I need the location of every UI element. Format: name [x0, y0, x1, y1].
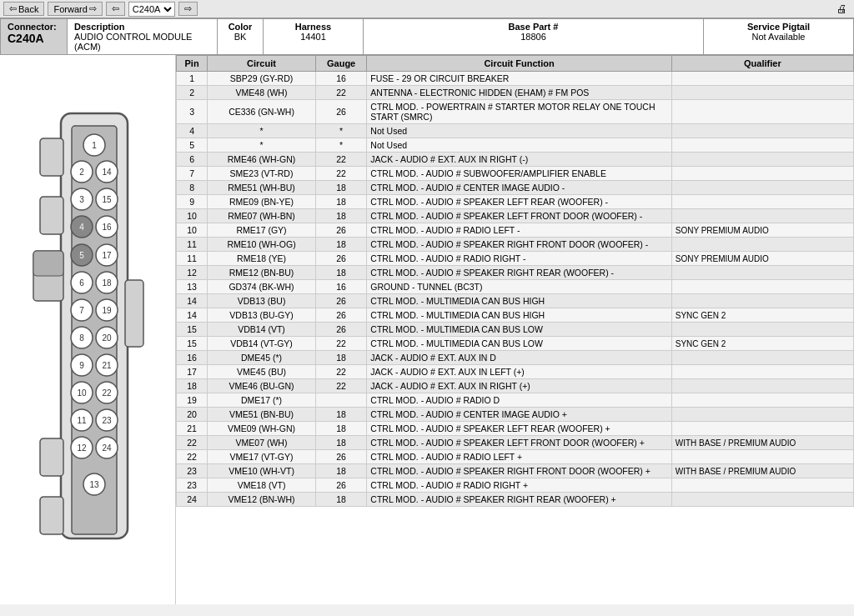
cell-qualifier	[671, 124, 853, 138]
table-row: 11RME18 (YE)26CTRL MOD. - AUDIO # RADIO …	[177, 252, 854, 266]
cell-function: Not Used	[367, 138, 671, 153]
cell-pin: 23	[177, 478, 208, 493]
cell-gauge: 18	[315, 493, 366, 507]
cell-pin: 8	[177, 181, 208, 195]
print-button[interactable]: 🖨	[833, 3, 851, 15]
cell-qualifier: SONY PREMIUM AUDIO	[671, 223, 853, 238]
cell-gauge: 18	[315, 238, 366, 252]
cell-function: CTRL MOD. - AUDIO # RADIO LEFT -	[367, 223, 671, 238]
cell-qualifier	[671, 351, 853, 365]
back-arrow-icon: ⇦	[9, 3, 17, 14]
cell-qualifier	[671, 323, 853, 337]
table-row: 19DME17 (*)CTRL MOD. - AUDIO # RADIO D	[177, 393, 854, 408]
cell-circuit: VME48 (WH)	[208, 86, 316, 100]
cell-circuit: VDB13 (BU)	[208, 294, 316, 308]
table-row: 8RME51 (WH-BU)18CTRL MOD. - AUDIO # CENT…	[177, 181, 854, 195]
main-content: 1 2 14 3 15 4 16 5 17	[0, 55, 854, 604]
table-row: 1SBP29 (GY-RD)16FUSE - 29 OR CIRCUIT BRE…	[177, 72, 854, 86]
cell-qualifier	[671, 450, 853, 464]
harness-value: 14401	[270, 32, 356, 42]
cell-pin: 22	[177, 450, 208, 464]
color-label: Color	[224, 22, 256, 32]
cell-pin: 6	[177, 153, 208, 167]
svg-text:21: 21	[102, 361, 112, 370]
svg-text:9: 9	[79, 361, 84, 370]
cell-function: CTRL MOD. - AUDIO # SPEAKER RIGHT FRONT …	[367, 464, 671, 478]
svg-text:23: 23	[102, 416, 112, 425]
cell-gauge: 16	[315, 280, 366, 294]
table-row: 12RME12 (BN-BU)18CTRL MOD. - AUDIO # SPE…	[177, 266, 854, 280]
cell-circuit: RME17 (GY)	[208, 223, 316, 238]
svg-rect-5	[33, 251, 63, 276]
cell-pin: 9	[177, 195, 208, 209]
service-pigtail-label: Service Pigtail	[711, 22, 846, 32]
cell-gauge	[315, 393, 366, 408]
table-row: 2VME48 (WH)22ANTENNA - ELECTRONIC HIDDEN…	[177, 86, 854, 100]
svg-text:13: 13	[89, 480, 99, 489]
cell-circuit: *	[208, 138, 316, 153]
cell-gauge: 26	[315, 100, 366, 124]
cell-gauge: 18	[315, 266, 366, 280]
cell-circuit: VME12 (BN-WH)	[208, 493, 316, 507]
svg-rect-2	[40, 138, 63, 176]
table-row: 22VME17 (VT-GY)26CTRL MOD. - AUDIO # RAD…	[177, 450, 854, 464]
cell-qualifier	[671, 181, 853, 195]
cell-pin: 11	[177, 238, 208, 252]
cell-function: CTRL MOD. - MULTIMEDIA CAN BUS HIGH	[367, 294, 671, 308]
back-button[interactable]: ⇦ Back	[3, 2, 44, 16]
table-row: 15VDB14 (VT-GY)22CTRL MOD. - MULTIMEDIA …	[177, 337, 854, 351]
svg-text:11: 11	[77, 416, 87, 425]
cell-qualifier: SONY PREMIUM AUDIO	[671, 252, 853, 266]
cell-function: GROUND - TUNNEL (BC3T)	[367, 280, 671, 294]
cell-gauge: 18	[315, 408, 366, 422]
svg-text:17: 17	[102, 251, 112, 260]
cell-gauge: 26	[315, 223, 366, 238]
table-row: 23VME10 (WH-VT)18CTRL MOD. - AUDIO # SPE…	[177, 464, 854, 478]
svg-text:15: 15	[102, 195, 112, 204]
cell-qualifier	[671, 153, 853, 167]
cell-function: CTRL MOD. - AUDIO # CENTER IMAGE AUDIO +	[367, 408, 671, 422]
cell-function: CTRL MOD. - AUDIO # SPEAKER RIGHT REAR (…	[367, 493, 671, 507]
connector-select[interactable]: C240A	[128, 2, 175, 17]
prev-connector-button[interactable]: ⇦	[106, 2, 125, 16]
cell-function: CTRL MOD. - MULTIMEDIA CAN BUS LOW	[367, 337, 671, 351]
header-table: Connector: C240A Description AUDIO CONTR…	[0, 18, 854, 55]
cell-circuit: RME10 (WH-OG)	[208, 238, 316, 252]
cell-qualifier	[671, 72, 853, 86]
cell-pin: 1	[177, 72, 208, 86]
base-part-label: Base Part #	[370, 22, 696, 32]
svg-text:12: 12	[77, 443, 87, 453]
cell-gauge: 26	[315, 478, 366, 493]
cell-gauge: 26	[315, 450, 366, 464]
description-cell: Description AUDIO CONTROL MODULE (ACM)	[68, 19, 218, 55]
connector-label: Connector:	[8, 22, 60, 32]
svg-text:14: 14	[102, 168, 112, 177]
cell-function: CTRL MOD. - AUDIO # RADIO LEFT +	[367, 450, 671, 464]
cell-gauge: *	[315, 138, 366, 153]
cell-gauge: 16	[315, 72, 366, 86]
cell-circuit: VDB13 (BU-GY)	[208, 308, 316, 323]
table-row: 9RME09 (BN-YE)18CTRL MOD. - AUDIO # SPEA…	[177, 195, 854, 209]
cell-function: CTRL MOD. - AUDIO # RADIO D	[367, 393, 671, 408]
pin-table-container[interactable]: Pin Circuit Gauge Circuit Function Quali…	[175, 55, 854, 604]
cell-qualifier	[671, 138, 853, 153]
cell-circuit: VME18 (VT)	[208, 478, 316, 493]
cell-qualifier	[671, 280, 853, 294]
forward-button[interactable]: Forward ⇨	[48, 2, 102, 16]
svg-text:20: 20	[102, 333, 112, 343]
cell-qualifier	[671, 86, 853, 100]
cell-gauge: 18	[315, 351, 366, 365]
cell-pin: 15	[177, 337, 208, 351]
table-row: 22VME07 (WH)18CTRL MOD. - AUDIO # SPEAKE…	[177, 436, 854, 450]
cell-pin: 2	[177, 86, 208, 100]
next-connector-button[interactable]: ⇨	[178, 2, 198, 16]
cell-function: CTRL MOD. - AUDIO # SPEAKER LEFT FRONT D…	[367, 436, 671, 450]
cell-pin: 15	[177, 323, 208, 337]
table-row: 14VDB13 (BU)26CTRL MOD. - MULTIMEDIA CAN…	[177, 294, 854, 308]
description-label: Description	[74, 22, 210, 32]
cell-gauge: 18	[315, 181, 366, 195]
table-row: 15VDB14 (VT)26CTRL MOD. - MULTIMEDIA CAN…	[177, 323, 854, 337]
cell-qualifier	[671, 195, 853, 209]
cell-pin: 7	[177, 167, 208, 181]
cell-gauge: 22	[315, 167, 366, 181]
